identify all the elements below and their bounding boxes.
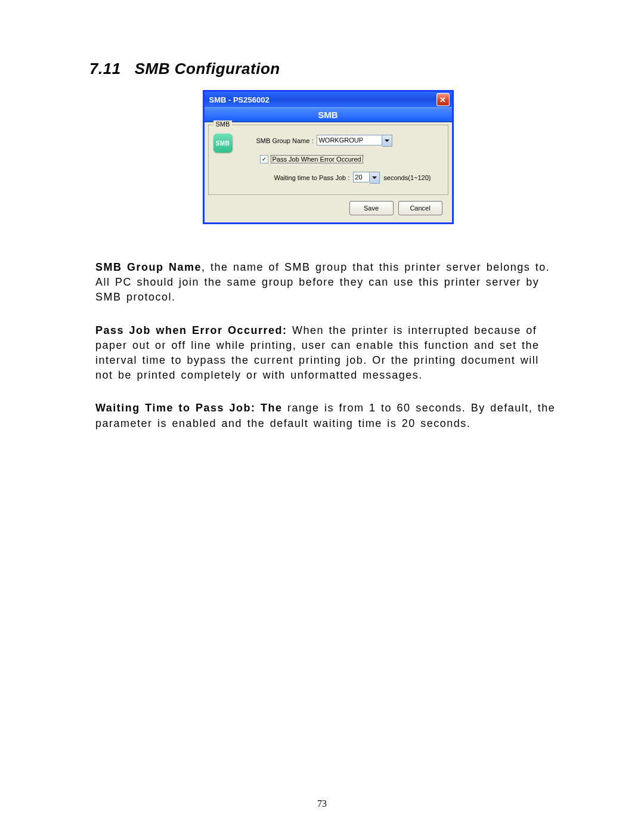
waiting-time-combobox[interactable] [353, 172, 380, 184]
dialog-title: SMB - PS256002 [209, 95, 436, 104]
cancel-button-label: Cancel [410, 205, 430, 212]
p3-bold: Waiting Time to Pass Job: The [95, 402, 287, 414]
cancel-button[interactable]: Cancel [398, 201, 442, 215]
paragraph-group-name: SMB Group Name, the name of SMB group th… [95, 260, 561, 305]
check-icon: ✓ [262, 156, 267, 162]
close-icon: ✕ [439, 95, 446, 104]
paragraph-waiting-time: Waiting Time to Pass Job: The range is f… [95, 401, 561, 431]
waiting-time-label: Waiting time to Pass Job : [274, 174, 350, 181]
group-name-input[interactable] [317, 135, 382, 145]
group-name-dropdown-button[interactable] [382, 135, 392, 147]
paragraph-pass-job: Pass Job when Error Occurred: When the p… [95, 323, 561, 383]
smb-icon: SMB [213, 134, 233, 153]
chevron-down-icon [372, 176, 377, 179]
groupbox-legend: SMB [213, 120, 233, 128]
pass-job-checkbox-label: Pass Job When Error Occured [271, 155, 363, 163]
pass-job-checkbox[interactable]: ✓ [260, 155, 268, 163]
section-number: 7.11 [89, 60, 121, 78]
dialog-titlebar: SMB - PS256002 ✕ [205, 92, 452, 107]
waiting-time-suffix: seconds(1~120) [383, 174, 431, 181]
save-button-label: Save [364, 205, 379, 212]
section-title: SMB Configuration [135, 60, 280, 78]
page-number: 73 [0, 798, 644, 809]
dialog-subheader: SMB [205, 107, 452, 122]
smb-icon-text: SMB [216, 140, 230, 147]
group-name-label: SMB Group Name : [256, 137, 314, 144]
section-heading: 7.11 SMB Configuration [89, 60, 566, 78]
p1-bold: SMB Group Name [95, 261, 202, 273]
p2-bold: Pass Job when Error Occurred: [95, 324, 287, 336]
chevron-down-icon [385, 140, 389, 142]
save-button[interactable]: Save [349, 201, 394, 215]
smb-dialog: SMB - PS256002 ✕ SMB SMB SMB SMB Grou [203, 90, 454, 224]
waiting-time-dropdown-button[interactable] [370, 172, 380, 184]
group-name-combobox[interactable] [317, 135, 392, 147]
smb-groupbox: SMB SMB SMB Group Name : [208, 125, 448, 195]
close-button[interactable]: ✕ [436, 93, 450, 106]
waiting-time-input[interactable] [353, 172, 370, 182]
